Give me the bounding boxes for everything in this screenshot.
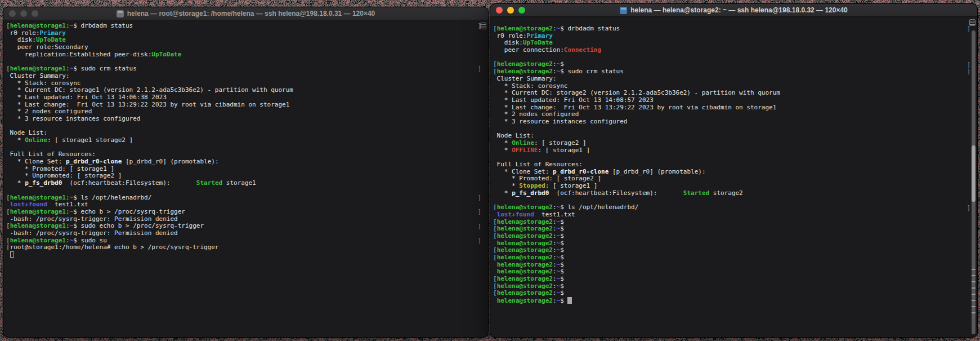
terminal-line: [helena@storage2:~$ sudo crm status xyxy=(493,68,969,76)
minimize-button[interactable] xyxy=(20,10,27,17)
mark-navigation-icon xyxy=(969,19,975,26)
terminal-pane: [helena@storage1:~$ drbdadm status r0 ro… xyxy=(6,23,480,259)
window-title: helena — root@storage1: /home/helena — s… xyxy=(127,10,375,17)
traffic-lights xyxy=(9,10,38,17)
titlebar[interactable]: helena — root@storage1: /home/helena — s… xyxy=(3,7,488,20)
terminal-line: * p_fs_drbd0 (ocf:heartbeat:Filesystem):… xyxy=(493,190,969,197)
terminal-line: r0 role:Primary xyxy=(493,33,969,40)
terminal-doc-icon xyxy=(117,10,124,17)
terminal-line: [helena@storage1:~$ sudo crm status xyxy=(6,65,480,73)
terminal-line: [helena@storage2:~$ xyxy=(493,290,969,297)
terminal-window-storage2: helena — helena@storage2: ~ — ssh helena… xyxy=(490,3,978,338)
terminal-doc-icon xyxy=(620,7,627,14)
close-button[interactable] xyxy=(9,10,16,17)
minimize-button[interactable] xyxy=(507,7,514,14)
terminal-pane: [helena@storage2:~$ drbdadm status r0 ro… xyxy=(493,25,969,304)
terminal-line: helena@storage2:~$ xyxy=(493,268,969,276)
terminal-line: [helena@storage2:~$ xyxy=(493,283,969,290)
terminal-line: [helena@storage2:~$ xyxy=(493,219,969,226)
terminal-line: * p_fs_drbd0 (ocf:heartbeat:Filesystem):… xyxy=(6,180,480,187)
zoom-button[interactable] xyxy=(518,7,525,14)
terminal-line: helena@storage2:~$ xyxy=(493,262,969,269)
terminal-line: [helena@storage1:~$ drbdadm status xyxy=(6,23,480,30)
terminal-line xyxy=(6,123,480,130)
terminal-line xyxy=(6,251,480,259)
terminal-line: r0 role:Primary xyxy=(6,30,480,37)
terminal-line: * 3 resource instances configured xyxy=(6,116,480,123)
traffic-lights xyxy=(496,7,525,14)
titlebar[interactable]: helena — helena@storage2: ~ — ssh helena… xyxy=(490,4,977,17)
terminal-line: [helena@storage2:~$ drbdadm status xyxy=(493,25,969,33)
terminal-line: * Online: [ storage1 storage2 ] xyxy=(6,137,480,144)
terminal-window-storage1: helena — root@storage1: /home/helena — s… xyxy=(3,7,489,338)
terminal-line xyxy=(493,54,969,61)
terminal-line: [helena@storage2:~$ xyxy=(493,254,969,262)
terminal-content[interactable]: [helena@storage2:~$ drbdadm status r0 ro… xyxy=(490,17,977,337)
cursor xyxy=(10,251,14,258)
terminal-line: peer connection:Connecting xyxy=(493,47,969,54)
terminal-line: [helena@storage2:~$ xyxy=(493,276,969,283)
terminal-line xyxy=(493,126,969,133)
scrollbar-thumb[interactable] xyxy=(972,145,975,202)
terminal-content[interactable]: [helena@storage1:~$ drbdadm status r0 ro… xyxy=(3,20,488,337)
terminal-line: * OFFLINE: [ storage1 ] xyxy=(493,147,969,154)
terminal-line: helena@storage2:~$ xyxy=(493,240,969,247)
window-title: helena — helena@storage2: ~ — ssh helena… xyxy=(630,6,848,14)
close-button[interactable] xyxy=(496,7,503,14)
terminal-line: lost+found test1.txt xyxy=(493,211,969,219)
cursor xyxy=(567,297,572,304)
mark-navigation-icon xyxy=(480,23,486,29)
terminal-line: helena@storage2:~$ xyxy=(493,297,969,304)
terminal-line: replication:Established peer-disk:UpToDa… xyxy=(6,51,480,59)
terminal-line: [helena@storage2:~$ xyxy=(493,233,969,240)
terminal-line: [helena@storage2:~$ xyxy=(493,225,969,233)
terminal-line: * 3 resource instances configured xyxy=(493,118,969,126)
scrollbar-mark-ticks xyxy=(972,264,975,313)
zoom-button[interactable] xyxy=(32,10,38,17)
terminal-line: [helena@storage2:~$ xyxy=(493,247,969,254)
terminal-line: [root@storage1:/home/helena# echo b > /p… xyxy=(6,244,480,251)
